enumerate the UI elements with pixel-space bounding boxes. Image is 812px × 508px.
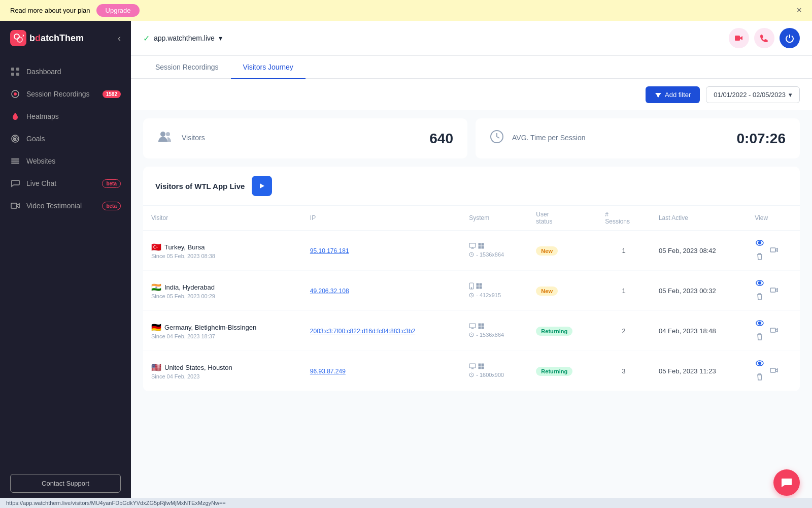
last-active-cell: 05 Feb, 2023 08:42 — [651, 231, 747, 271]
svg-rect-41 — [479, 326, 481, 329]
session-recordings-badge: 1582 — [103, 90, 121, 98]
view-cell — [747, 351, 800, 391]
svg-rect-2 — [11, 68, 14, 71]
visitors-stat-icon — [157, 130, 174, 147]
ip-link[interactable]: 2003:c3:7f00:c822:d16d:fc04:883:c3b2 — [310, 328, 416, 335]
device-icon — [469, 323, 476, 331]
delete-visitor-button[interactable] — [755, 372, 765, 384]
svg-rect-27 — [770, 248, 775, 252]
view-cell — [747, 271, 800, 311]
svg-point-16 — [160, 132, 165, 137]
play-all-button[interactable] — [252, 176, 272, 196]
os-icon — [478, 323, 484, 331]
filter-bar: Add filter 01/01/2022 - 02/05/2023 ▾ — [131, 79, 812, 110]
delete-visitor-button[interactable] — [755, 252, 765, 263]
record-visitor-button[interactable] — [769, 365, 779, 376]
sidebar-item-label: Session Recordings — [26, 90, 90, 98]
svg-point-29 — [471, 288, 472, 289]
svg-point-26 — [759, 242, 761, 244]
record-visitor-button[interactable] — [769, 245, 779, 256]
sidebar-item-websites[interactable]: Websites — [0, 150, 131, 172]
content-area: ✓ app.watchthem.live ▾ — [131, 21, 812, 508]
tab-visitors-journey[interactable]: Visitors Journey — [231, 56, 306, 79]
svg-rect-11 — [11, 158, 19, 160]
video-button[interactable] — [729, 28, 749, 48]
avg-time-stat-icon — [490, 130, 504, 147]
ip-link[interactable]: 49.206.32.108 — [310, 288, 349, 295]
visitors-stat-value: 640 — [429, 131, 453, 147]
phone-button[interactable] — [754, 28, 774, 48]
device-icon — [469, 282, 474, 291]
view-session-button[interactable] — [755, 278, 765, 289]
sidebar-item-label: Dashboard — [26, 68, 61, 76]
sidebar-logo-area: bdatchThem ‹ — [0, 21, 131, 55]
tabs-bar: Session Recordings Visitors Journey — [131, 56, 812, 79]
ip-link[interactable]: 96.93.87.249 — [310, 368, 346, 375]
table-row: 🇹🇷 Turkey, Bursa Since 05 Feb, 2023 08:3… — [143, 231, 800, 271]
visitor-location: 🇩🇪 Germany, Bietigheim-Bissingen — [151, 323, 294, 332]
tab-session-recordings[interactable]: Session Recordings — [143, 56, 231, 79]
visitor-cell: 🇩🇪 Germany, Bietigheim-Bissingen Since 0… — [143, 311, 302, 351]
svg-rect-32 — [477, 286, 479, 289]
date-range-text: 01/01/2022 - 02/05/2023 — [714, 91, 786, 99]
live-chat-icon — [10, 178, 20, 188]
visitors-table: Visitor IP System Userstatus #Sessions L… — [143, 206, 800, 391]
record-visitor-button[interactable] — [769, 325, 779, 336]
svg-point-36 — [759, 282, 761, 284]
view-cell — [747, 231, 800, 271]
sidebar-item-heatmaps[interactable]: Heatmaps — [0, 105, 131, 128]
contact-support-button[interactable]: Contact Support — [10, 474, 121, 493]
sidebar-item-live-chat[interactable]: Live Chat beta — [0, 172, 131, 195]
sidebar-item-dashboard[interactable]: Dashboard — [0, 60, 131, 83]
svg-point-54 — [759, 362, 761, 365]
delete-visitor-button[interactable] — [755, 292, 765, 303]
svg-rect-46 — [770, 328, 775, 332]
col-view: View — [747, 206, 800, 231]
table-row: 🇩🇪 Germany, Bietigheim-Bissingen Since 0… — [143, 311, 800, 351]
visitors-stat-card: Visitors 640 — [143, 118, 467, 158]
sidebar-item-video-testimonial[interactable]: Video Testimonial beta — [0, 195, 131, 217]
upgrade-button[interactable]: Upgrade — [96, 4, 140, 17]
sidebar: bdatchThem ‹ Dashboard — [0, 21, 131, 508]
system-icons — [469, 323, 520, 331]
sidebar-item-session-recordings[interactable]: Session Recordings 1582 — [0, 83, 131, 105]
device-icon — [469, 363, 476, 371]
os-icon — [476, 283, 482, 291]
top-banner: Read more about your plan Upgrade × — [0, 0, 812, 21]
view-cell — [747, 311, 800, 351]
add-filter-button[interactable]: Add filter — [646, 86, 700, 103]
power-button[interactable] — [780, 28, 800, 48]
svg-rect-50 — [479, 366, 481, 369]
header-bar: ✓ app.watchthem.live ▾ — [131, 21, 812, 56]
sidebar-toggle-button[interactable]: ‹ — [118, 33, 121, 44]
heatmaps-icon — [10, 111, 20, 121]
visitor-cell: 🇺🇸 United States, Houston Since 04 Feb, … — [143, 351, 302, 391]
sidebar-item-label: Live Chat — [26, 179, 56, 187]
sessions-cell: 1 — [597, 231, 651, 271]
visitor-since: Since 05 Feb, 2023 08:38 — [151, 253, 294, 259]
banner-close-button[interactable]: × — [796, 5, 802, 16]
visitor-since: Since 04 Feb, 2023 — [151, 373, 294, 379]
ip-link[interactable]: 95.10.176.181 — [310, 247, 349, 255]
svg-rect-40 — [482, 323, 484, 326]
last-active-cell: 04 Feb, 2023 18:48 — [651, 311, 747, 351]
view-session-button[interactable] — [755, 318, 765, 329]
os-icon — [478, 363, 484, 371]
view-session-button[interactable] — [755, 358, 765, 369]
record-visitor-button[interactable] — [769, 285, 779, 296]
date-range-button[interactable]: 01/01/2022 - 02/05/2023 ▾ — [706, 86, 800, 103]
ip-cell: 96.93.87.249 — [302, 351, 461, 391]
site-dropdown-icon: ▾ — [219, 34, 222, 42]
delete-visitor-button[interactable] — [755, 332, 765, 343]
dashboard-icon — [10, 67, 20, 77]
sidebar-item-label: Websites — [26, 157, 55, 165]
last-active-cell: 05 Feb, 2023 00:32 — [651, 271, 747, 311]
svg-rect-55 — [770, 368, 775, 372]
status-badge: New — [536, 246, 558, 256]
sidebar-item-goals[interactable]: Goals — [0, 128, 131, 150]
chat-bubble[interactable] — [773, 469, 800, 496]
date-dropdown-icon: ▾ — [789, 91, 792, 99]
site-selector[interactable]: ✓ app.watchthem.live ▾ — [143, 34, 222, 43]
visitor-cell: 🇮🇳 India, Hyderabad Since 05 Feb, 2023 0… — [143, 271, 302, 311]
view-session-button[interactable] — [755, 238, 765, 249]
